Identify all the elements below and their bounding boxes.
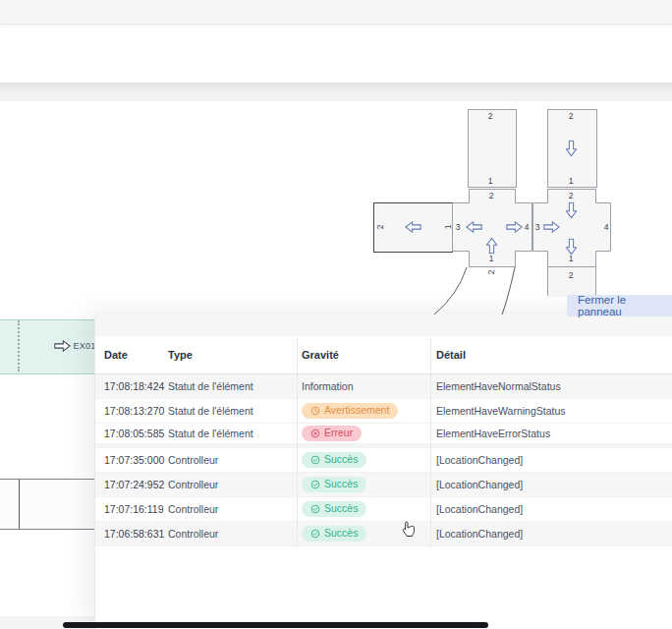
cell-date: 17:07:24:952 (104, 479, 168, 490)
table-row[interactable]: 17:07:35:000 Controlleur Succès [Locatio… (95, 448, 672, 473)
cell-date: 17:06:58:631 (104, 528, 168, 540)
close-panel-button[interactable]: Fermer le panneau (567, 295, 672, 316)
column-separator (297, 338, 298, 547)
severity-badge: Avertissement (302, 403, 398, 420)
ex01-label: EX01 (73, 341, 95, 351)
port-label: 2 (569, 271, 574, 280)
severity-badge: Erreur (302, 426, 362, 442)
error-circle-icon (310, 429, 320, 438)
port-label: 2 (376, 225, 385, 230)
cell-detail: ElementHaveErrorStatus (430, 428, 672, 439)
port-label: 2 (488, 112, 493, 121)
ex01-dotted-divider (18, 320, 20, 372)
cell-severity: Succès (297, 452, 430, 469)
port-label: 4 (604, 223, 609, 232)
top-toolbar (0, 0, 672, 25)
flow-arrow-right-icon (543, 221, 560, 233)
port-label: 2 (487, 270, 496, 275)
severity-badge: Succès (302, 477, 366, 493)
flow-arrow-left-icon (466, 221, 482, 233)
port-label: 2 (569, 192, 574, 200)
port-label: 1 (444, 225, 453, 230)
cell-date: 17:07:35:000 (104, 454, 168, 466)
flow-arrow-down-icon (565, 202, 577, 219)
port-label: 4 (525, 223, 530, 232)
ex01-arrow-icon (54, 340, 71, 352)
track-segment-southwest[interactable] (0, 479, 95, 530)
column-header-severity: Gravité (297, 349, 430, 361)
panel-top-strip (95, 314, 672, 336)
bottom-scrubber-bar[interactable] (63, 622, 488, 628)
cell-detail: [LocationChanged] (430, 528, 672, 540)
column-separator (430, 338, 431, 547)
cell-severity: Erreur (297, 426, 430, 442)
check-circle-icon (310, 504, 320, 514)
severity-badge: Succès (302, 526, 366, 543)
cell-detail: ElementHaveNormalStatus (430, 380, 672, 392)
table-row[interactable]: 17:07:24:952 Controlleur Succès [Locatio… (95, 473, 672, 497)
cell-date: 17:08:18:424 (104, 380, 168, 392)
table-row[interactable]: 17:07:16:119 Controlleur Succès [Locatio… (95, 497, 672, 522)
flow-arrow-down-icon (565, 141, 577, 157)
severity-badge: Succès (302, 452, 366, 469)
table-header-row: Date Type Gravité Détail (95, 336, 672, 374)
column-header-detail: Détail (430, 349, 672, 361)
cell-severity: Avertissement (297, 403, 430, 420)
cell-date: 17:07:16:119 (104, 503, 168, 515)
cell-severity: Information (297, 380, 430, 392)
event-log-panel: Date Type Gravité Détail 17:08:18:424 St… (94, 314, 672, 629)
table-row[interactable]: 17:08:18:424 Statut de l'élément Informa… (95, 374, 672, 399)
port-label: 1 (569, 255, 574, 263)
flow-arrow-left-icon (405, 221, 421, 233)
table-row[interactable]: 17:08:05:585 Statut de l'élément Erreur … (95, 424, 672, 448)
cell-type: Controlleur (168, 479, 297, 490)
check-circle-icon (310, 480, 320, 489)
cell-severity: Succès (297, 477, 430, 493)
flow-arrow-down-icon (565, 239, 577, 256)
cell-date: 17:08:13:270 (104, 405, 168, 417)
cell-date: 17:08:05:585 (104, 428, 168, 439)
track-curve-segment[interactable] (434, 267, 515, 314)
column-header-date: Date (104, 349, 168, 361)
table-row[interactable]: 17:06:58:631 Controlleur Succès [Locatio… (95, 522, 672, 546)
port-label: 1 (489, 255, 494, 263)
cell-detail: [LocationChanged] (430, 503, 672, 515)
sub-toolbar (0, 83, 672, 101)
port-label: 2 (569, 112, 574, 121)
close-panel-label: Fermer le panneau (578, 294, 672, 317)
flow-arrow-right-icon (506, 221, 523, 233)
port-label: 1 (569, 177, 574, 186)
cell-detail: [LocationChanged] (430, 454, 672, 466)
cell-type: Controlleur (168, 503, 297, 515)
cell-severity: Succès (297, 501, 430, 518)
table-body: 17:08:18:424 Statut de l'élément Informa… (95, 374, 672, 546)
check-circle-icon (310, 529, 320, 539)
segment-divider (19, 480, 20, 529)
cell-type: Statut de l'élément (168, 405, 297, 417)
clock-icon (310, 406, 320, 416)
cell-type: Statut de l'élément (168, 428, 297, 439)
check-circle-icon (310, 455, 320, 465)
flow-arrow-up-icon (485, 238, 497, 255)
port-label: 1 (488, 177, 493, 186)
app-viewport: 2 1 2 1 2 1 2 3 4 1 2 3 4 1 2 2 2 1 2 EX… (0, 0, 672, 629)
cell-detail: ElementHaveWarningStatus (430, 405, 672, 417)
cell-type: Statut de l'élément (168, 380, 297, 392)
port-label: 3 (456, 223, 461, 232)
port-label: 2 (489, 192, 494, 200)
table-row[interactable]: 17:08:13:270 Statut de l'élément Avertis… (95, 399, 672, 424)
column-header-type: Type (168, 349, 297, 361)
hand-cursor-icon (401, 521, 416, 538)
cell-type: Controlleur (168, 454, 297, 466)
cell-type: Controlleur (168, 528, 297, 540)
port-label: 3 (535, 223, 540, 232)
severity-badge: Succès (302, 501, 366, 518)
cell-detail: [LocationChanged] (430, 479, 672, 490)
